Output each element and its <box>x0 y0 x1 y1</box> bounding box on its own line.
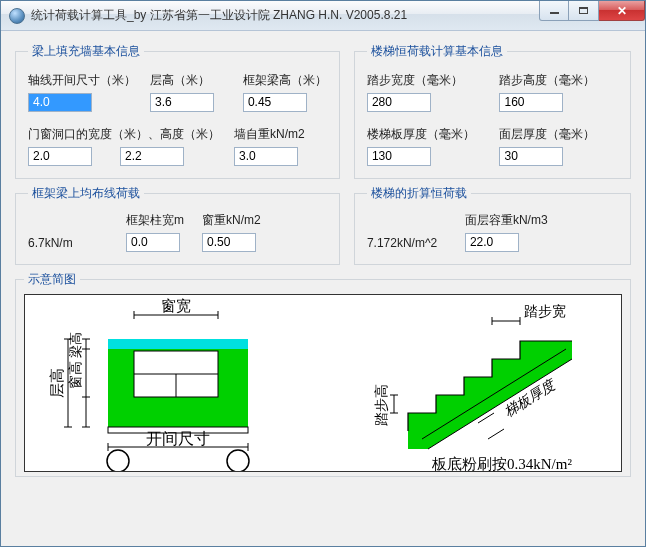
note-plaster: 板底粉刷按0.34kN/m² <box>431 456 572 472</box>
input-opening-h[interactable]: 2.2 <box>120 147 184 166</box>
input-beam-h[interactable]: 0.45 <box>243 93 307 112</box>
input-finish-density[interactable]: 22.0 <box>465 233 519 252</box>
result-stair-load: 7.172kN/m^2 <box>367 236 447 252</box>
input-col-w[interactable]: 0.0 <box>126 233 180 252</box>
group-beam-load: 框架梁上均布线荷载 6.7kN/m 框架柱宽m 0.0 窗重kN/m2 0.50 <box>15 185 340 265</box>
input-slab-t[interactable]: 130 <box>367 147 431 166</box>
label-col-w: 框架柱宽m <box>126 212 184 229</box>
input-tread-w[interactable]: 280 <box>367 93 431 112</box>
group-diagram: 示意简图 层高 梁高 <box>15 271 631 477</box>
svg-point-21 <box>227 450 249 472</box>
label-tread-h: 踏步高度（毫米） <box>499 72 618 89</box>
dim-beam-h: 梁高 <box>68 332 83 358</box>
app-icon <box>9 8 25 24</box>
label-axis-span: 轴线开间尺寸（米） <box>28 72 136 89</box>
titlebar[interactable]: 统计荷载计算工具_by 江苏省第一工业设计院 ZHANG H.N. V2005.… <box>1 1 645 31</box>
dim-window-h: 窗高 <box>68 361 83 389</box>
group-stair-info: 楼梯恒荷载计算基本信息 踏步宽度（毫米） 280 踏步高度（毫米） 160 楼梯… <box>354 43 631 179</box>
label-window-load: 窗重kN/m2 <box>202 212 261 229</box>
app-window: 统计荷载计算工具_by 江苏省第一工业设计院 ZHANG H.N. V2005.… <box>0 0 646 547</box>
input-window-load[interactable]: 0.50 <box>202 233 256 252</box>
label-floor-h: 层高（米） <box>150 72 229 89</box>
label-beam-h: 框架梁高（米） <box>243 72 327 89</box>
svg-rect-11 <box>108 339 248 349</box>
dim-tread-w: 踏步宽 <box>524 304 566 319</box>
input-floor-h[interactable]: 3.6 <box>150 93 214 112</box>
input-axis-span[interactable]: 4.0 <box>28 93 92 112</box>
window-controls: ✕ <box>539 1 645 21</box>
group-beam-load-legend: 框架梁上均布线荷载 <box>28 185 144 202</box>
input-finish-t[interactable]: 30 <box>499 147 563 166</box>
group-stair-legend: 楼梯恒荷载计算基本信息 <box>367 43 507 60</box>
dim-floor-h: 层高 <box>49 368 65 398</box>
client-area: 梁上填充墙基本信息 轴线开间尺寸（米） 4.0 层高（米） 3.6 框架梁高（米… <box>1 31 645 546</box>
dim-window-w: 窗宽 <box>161 298 191 314</box>
label-slab-t: 楼梯板厚度（毫米） <box>367 126 486 143</box>
input-wall-weight[interactable]: 3.0 <box>234 147 298 166</box>
input-opening-w[interactable]: 2.0 <box>28 147 92 166</box>
svg-point-20 <box>107 450 129 472</box>
group-wall-legend: 梁上填充墙基本信息 <box>28 43 144 60</box>
label-tread-w: 踏步宽度（毫米） <box>367 72 486 89</box>
svg-line-29 <box>488 429 504 439</box>
maximize-button[interactable] <box>569 1 599 21</box>
dim-tread-h: 踏步高 <box>374 384 389 426</box>
label-finish-t: 面层厚度（毫米） <box>499 126 618 143</box>
close-button[interactable]: ✕ <box>599 1 645 21</box>
label-finish-density: 面层容重kN/m3 <box>465 212 548 229</box>
window-title: 统计荷载计算工具_by 江苏省第一工业设计院 ZHANG H.N. V2005.… <box>31 7 407 24</box>
label-wall-weight: 墙自重kN/m2 <box>234 126 327 143</box>
result-beam-load: 6.7kN/m <box>28 236 108 252</box>
minimize-button[interactable] <box>539 1 569 21</box>
label-opening: 门窗洞口的宽度（米）、高度（米） <box>28 126 220 143</box>
group-stair-load: 楼梯的折算恒荷载 7.172kN/m^2 面层容重kN/m3 22.0 <box>354 185 631 265</box>
group-diagram-legend: 示意简图 <box>24 271 80 288</box>
dim-span: 开间尺寸 <box>146 430 210 447</box>
group-stair-load-legend: 楼梯的折算恒荷载 <box>367 185 471 202</box>
group-wall-info: 梁上填充墙基本信息 轴线开间尺寸（米） 4.0 层高（米） 3.6 框架梁高（米… <box>15 43 340 179</box>
diagram-svg: 层高 梁高 窗高 窗宽 <box>24 294 622 472</box>
input-tread-h[interactable]: 160 <box>499 93 563 112</box>
